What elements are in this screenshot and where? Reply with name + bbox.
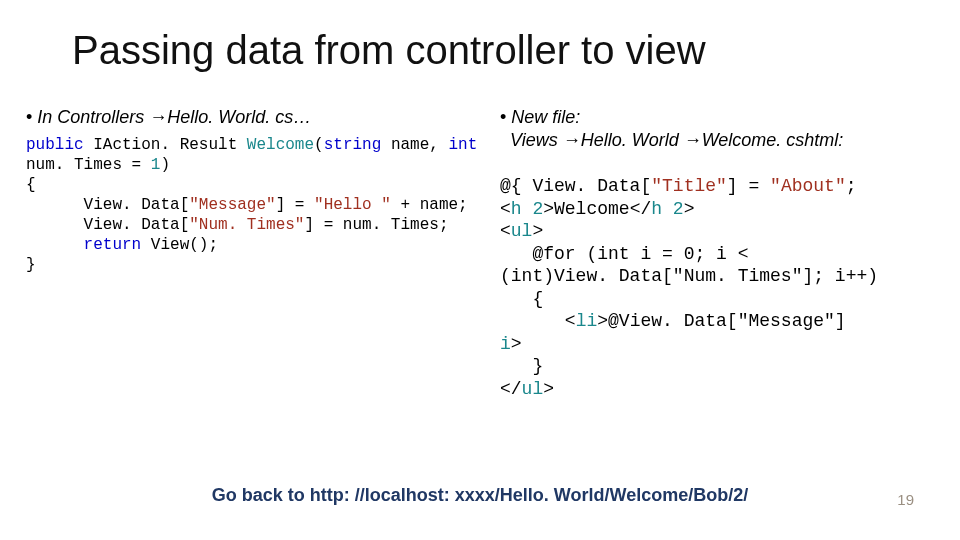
right-bullet: • New file: Views →Hello. World →Welcome… — [500, 106, 950, 151]
slide-title: Passing data from controller to view — [72, 28, 706, 73]
left-code-block: public IAction. Result Welcome(string na… — [26, 135, 491, 275]
footer-link-text: Go back to http: //localhost: xxxx/Hello… — [0, 485, 960, 506]
slide: Passing data from controller to view • I… — [0, 0, 960, 540]
right-bullet-line1: New file: — [511, 107, 580, 127]
right-code-block: @{ View. Data["Title"] = "About"; <h 2>W… — [500, 175, 950, 400]
page-number: 19 — [897, 491, 914, 508]
right-column: • New file: Views →Hello. World →Welcome… — [500, 106, 950, 400]
right-bullet-line2: Views →Hello. World →Welcome. cshtml: — [510, 130, 843, 150]
left-column: • In Controllers →Hello. World. cs… publ… — [26, 106, 491, 275]
left-bullet: • In Controllers →Hello. World. cs… — [26, 106, 491, 129]
left-bullet-text: In Controllers →Hello. World. cs… — [37, 107, 311, 127]
